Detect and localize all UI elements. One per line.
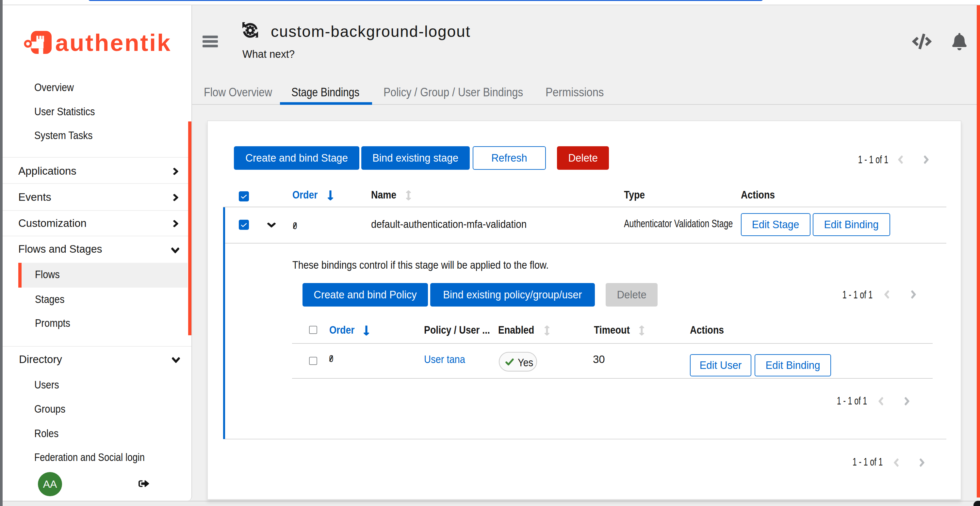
- svg-text:authentik: authentik: [55, 29, 172, 56]
